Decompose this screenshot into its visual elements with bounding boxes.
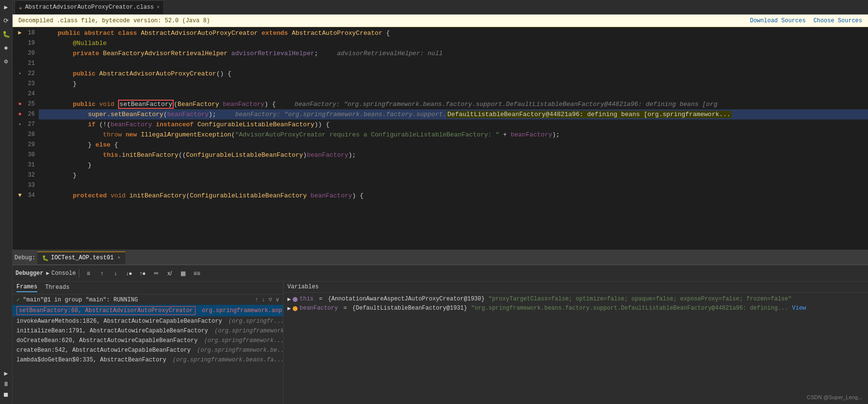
debug-tab-bar: Debug: 🐛 IOCTest_AOP.test01 × [13,251,868,265]
console-button[interactable]: ▶ Console [46,270,76,277]
code-line-18: public abstract class AbstractAdvisorAut… [39,28,868,38]
line-number-34: ▼ 34 [16,191,35,201]
line-numbers: ▶ 18 19 20 21 [13,27,39,250]
var-dot-this [293,297,298,302]
frame-pkg-highlight: org.springframework.aop... [198,307,283,314]
fold-icon-27[interactable]: ▾ [16,120,23,130]
code-line-20: private BeanFactoryAdvisorRetrievalHelpe… [39,48,868,59]
debug-icon5[interactable]: ⚙ [1,56,12,67]
java-class-icon: ☕ [19,4,22,11]
toolbar-eval-btn[interactable]: x/ [164,268,176,279]
toolbar-trace-btn[interactable]: ▦ [177,268,190,279]
debug-icon3[interactable]: 🐛 [1,29,12,40]
frame-item-initializebean[interactable]: initializeBean:1791, AbstractAutowireCap… [13,326,283,336]
frames-panel: Frames Threads ✓ "main"@1 in group "main… [13,282,284,404]
frame-item-main[interactable]: ✓ "main"@1 in group "main": RUNNING ↑ ↓ … [13,295,283,305]
fold-icon-22[interactable]: ▾ [16,69,23,79]
frames-list: ✓ "main"@1 in group "main": RUNNING ↑ ↓ … [13,295,283,404]
frame-pkg-6: (org.springframework.be... [194,347,283,354]
line-number-27: ▾ 27 [16,120,35,130]
line-number-23: 23 [16,79,35,89]
frames-header: Frames Threads [13,282,283,295]
frame-text-4: initializeBean:1791, AbstractAutowireCap… [16,328,208,334]
frame-item-createbean[interactable]: createBean:542, AbstractAutowireCapableB… [13,345,283,355]
toolbar-step-over-btn[interactable]: ↑ [96,268,108,279]
line-number-28: 28 [16,130,35,140]
file-tab[interactable]: ☕ AbstractAdvisorAutoProxyCreator.class … [15,0,164,14]
tab-close-icon[interactable]: × [157,5,160,10]
toolbar-drop-frame-btn[interactable]: ✂ [150,268,163,279]
variables-panel: Variables ▶ this = {AnnotationAwareAspec… [284,282,868,404]
console-label-text: Console [51,270,75,277]
debug-main: Frames Threads ✓ "main"@1 in group "main… [13,282,868,404]
debugger-label: Debugger [15,270,44,277]
line-number-29: 29 [16,140,35,150]
var-eq-beanfactory: = [340,305,350,312]
debug-stop-icon[interactable]: ⏹ [1,389,12,400]
code-line-28: throw new IllegalArgumentException("Advi… [39,130,868,140]
var-eq-this: = [315,296,326,302]
toolbar-force-step-into-btn[interactable]: ↓● [123,268,135,279]
debug-pause-icon[interactable]: ⏸ [1,379,12,389]
frame-highlighted-text: setBeanFactory:60, AbstractAdvisorAutoPr… [16,306,195,315]
var-arrow-beanfactory[interactable]: ▶ [287,305,291,312]
code-line-33 [39,180,868,191]
info-bar-actions: Download Sources Choose Sources [750,17,862,24]
toolbar-more-btn[interactable]: ≡≡ [191,268,203,279]
breakpoint-26: ● [16,109,23,120]
line-number-26: ● 26 [16,109,35,120]
frame-item-invokeaware[interactable]: invokeAwareMethods:1826, AbstractAutowir… [13,316,283,326]
debug-session-tab[interactable]: 🐛 IOCTest_AOP.test01 × [37,252,125,264]
main-content: ☕ AbstractAdvisorAutoProxyCreator.class … [13,0,868,404]
debug-icon4[interactable]: ✱ [1,43,12,53]
code-line-26: super.setBeanFactory(beanFactory); beanF… [39,109,868,120]
line-number-31: 31 [16,160,35,170]
line-number-30: 30 [16,150,35,160]
frame-item-docreatebean[interactable]: doCreateBean:620, AbstractAutowireCapabl… [13,336,283,345]
code-line-24 [39,89,868,99]
line-number-32: 32 [16,170,35,180]
left-sidebar: ▶ ⟳ 🐛 ✱ ⚙ ▶ ⏸ ⏹ [0,0,13,404]
info-bar: Decompiled .class file, bytecode version… [13,15,868,27]
toolbar-settings-btn[interactable]: ≡ [82,268,95,279]
frame-check-icon: ✓ [16,296,20,303]
breakpoint-arrow-25: ● [16,99,23,109]
tab-bar: ☕ AbstractAdvisorAutoProxyCreator.class … [13,0,868,15]
line-number-33: 33 [16,180,35,191]
frame-item-setbeanfactory[interactable]: setBeanFactory:60, AbstractAdvisorAutoPr… [13,305,283,316]
var-brace-this: {AnnotationAwareAspectJAutoProxyCreator@… [328,296,485,302]
code-line-31: } [39,160,868,170]
var-value-beanfactory: "org.springframework.beans.factory.suppo… [471,305,788,312]
debug-resume-icon[interactable]: ▶ [1,2,12,13]
download-sources-link[interactable]: Download Sources [750,17,806,24]
frame-pkg-4: (org.springframework... [211,328,283,334]
watermark: CSDN @Super_Leng... [807,394,862,400]
code-line-32: } [39,170,868,180]
code-area: ▶ 18 19 20 21 [13,27,868,250]
var-name-beanfactory: beanFactory [299,305,338,312]
frame-pkg-5: (org.springframework... [200,337,283,344]
line-number-18: ▶ 18 [16,28,35,38]
threads-tab[interactable]: Threads [45,284,69,292]
var-brace-beanfactory: {DefaultListableBeanFactory@1931} [352,305,467,312]
toolbar-step-out-btn[interactable]: ↑● [136,268,149,279]
debug-icon2[interactable]: ⟳ [1,15,12,26]
code-line-19: @Nullable [39,38,868,48]
var-item-this: ▶ this = {AnnotationAwareAspectJAutoProx… [284,295,868,304]
line-number-24: 24 [16,89,35,99]
frame-text-5: doCreateBean:620, AbstractAutowireCapabl… [16,337,197,344]
debug-play-icon[interactable]: ▶ [1,368,12,379]
code-line-30: this.initBeanFactory((ConfigurableListab… [39,150,868,160]
line-number-20: 20 [16,48,35,59]
frames-tab[interactable]: Frames [16,284,37,292]
frame-item-lambda[interactable]: lambda$doGetBean$0:335, AbstractBeanFact… [13,355,283,365]
choose-sources-link[interactable]: Choose Sources [813,17,862,24]
var-name-this: this [299,296,314,302]
line-number-25: ● 25 [16,99,35,109]
debug-session-close[interactable]: × [118,255,120,261]
debug-session-icon: 🐛 [42,255,49,261]
toolbar-step-into-btn[interactable]: ↓ [109,268,122,279]
var-view-link[interactable]: View [792,305,806,312]
var-arrow-this[interactable]: ▶ [287,296,291,303]
line-number-19: 19 [16,38,35,48]
